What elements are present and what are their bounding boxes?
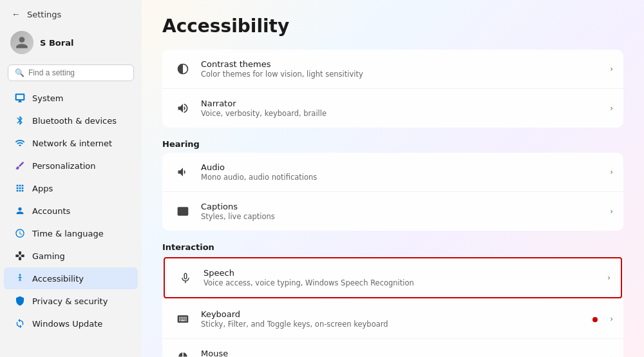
sidebar-item-time[interactable]: Time & language — [4, 222, 138, 244]
contrast-icon — [173, 59, 193, 79]
row-narrator[interactable]: Narrator Voice, verbosity, keyboard, bra… — [162, 89, 623, 128]
sidebar-item-label: Gaming — [32, 251, 65, 261]
narrator-icon — [173, 98, 193, 119]
sidebar-item-label: Network & internet — [32, 139, 112, 148]
sidebar-item-apps[interactable]: Apps — [4, 177, 138, 199]
row-audio[interactable]: Audio Mono audio, audio notifications › — [162, 153, 623, 192]
sidebar-item-bluetooth[interactable]: Bluetooth & devices — [4, 110, 138, 131]
section-hearing: Audio Mono audio, audio notifications › … — [162, 153, 623, 231]
sidebar-item-label: Privacy & security — [32, 296, 108, 306]
person-icon — [14, 205, 26, 217]
row-desc-audio: Mono audio, audio notifications — [201, 173, 605, 182]
captions-icon — [173, 201, 193, 222]
search-input[interactable] — [28, 68, 127, 77]
apps-icon — [14, 182, 26, 194]
sidebar-item-label: Personalization — [32, 161, 96, 171]
row-title-contrast: Contrast themes — [201, 59, 605, 69]
row-desc-speech: Voice access, voice typing, Windows Spee… — [204, 278, 602, 287]
sidebar-header: ← Settings — [0, 0, 142, 26]
sidebar-item-network[interactable]: Network & internet — [4, 132, 138, 154]
row-captions[interactable]: Captions Styles, live captions › — [162, 192, 623, 231]
row-text-audio: Audio Mono audio, audio notifications — [201, 162, 605, 182]
row-desc-contrast: Color themes for low vision, light sensi… — [201, 70, 605, 79]
row-title-speech: Speech — [204, 268, 602, 278]
monitor-icon — [14, 92, 26, 104]
sidebar-item-label: Apps — [32, 184, 53, 193]
search-box[interactable]: 🔍 — [8, 64, 134, 81]
sidebar-item-label: Accounts — [32, 206, 70, 216]
row-title-narrator: Narrator — [201, 99, 605, 108]
avatar-icon — [15, 35, 29, 50]
sidebar-item-label: Time & language — [32, 229, 104, 238]
sidebar: ← Settings S Boral 🔍 System — [0, 0, 142, 357]
avatar — [10, 31, 33, 54]
sidebar-item-windows-update[interactable]: Windows Update — [4, 313, 138, 334]
sidebar-item-label: Accessibility — [32, 274, 84, 284]
paint-icon — [14, 160, 26, 171]
chevron-icon: › — [610, 168, 613, 177]
chevron-icon: › — [610, 64, 613, 73]
row-text-captions: Captions Styles, live captions — [201, 202, 605, 221]
mouse-icon — [173, 348, 193, 357]
user-section[interactable]: S Boral — [0, 26, 142, 62]
row-text-speech: Speech Voice access, voice typing, Windo… — [204, 268, 602, 287]
row-title-mouse: Mouse — [201, 349, 605, 357]
keyboard-icon — [173, 309, 193, 329]
chevron-icon: › — [610, 354, 613, 357]
row-title-captions: Captions — [201, 202, 605, 211]
sidebar-item-gaming[interactable]: Gaming — [4, 245, 138, 267]
main-content: Accessibility Contrast themes Color them… — [142, 0, 644, 357]
time-icon — [14, 227, 26, 239]
section-vision: Contrast themes Color themes for low vis… — [162, 50, 623, 128]
update-icon — [14, 318, 26, 329]
row-desc-keyboard: Sticky, Filter, and Toggle keys, on-scre… — [201, 320, 605, 329]
back-button[interactable]: ← — [10, 8, 22, 21]
row-desc-captions: Styles, live captions — [201, 212, 605, 221]
sidebar-item-accounts[interactable]: Accounts — [4, 200, 138, 222]
row-text-keyboard: Keyboard Sticky, Filter, and Toggle keys… — [201, 309, 605, 329]
bluetooth-icon — [14, 115, 26, 126]
row-title-audio: Audio — [201, 162, 605, 172]
row-title-keyboard: Keyboard — [201, 309, 605, 319]
sidebar-title: Settings — [27, 10, 61, 19]
notification-dot — [592, 317, 598, 322]
section-label-hearing: Hearing — [162, 130, 623, 153]
row-speech[interactable]: Speech Voice access, voice typing, Windo… — [164, 257, 622, 298]
chevron-icon: › — [610, 104, 613, 113]
gaming-icon — [14, 250, 26, 262]
row-keyboard[interactable]: Keyboard Sticky, Filter, and Toggle keys… — [162, 300, 623, 339]
row-text-contrast: Contrast themes Color themes for low vis… — [201, 59, 605, 79]
chevron-icon: › — [607, 273, 611, 282]
row-mouse[interactable]: Mouse Mouse keys, speed, acceleration › — [162, 339, 623, 357]
section-interaction: Speech Voice access, voice typing, Windo… — [162, 256, 623, 357]
sidebar-item-label: Windows Update — [32, 319, 102, 329]
section-label-interaction: Interaction — [162, 233, 623, 256]
sidebar-item-privacy[interactable]: Privacy & security — [4, 290, 138, 312]
sidebar-item-accessibility[interactable]: Accessibility — [4, 267, 138, 289]
row-desc-narrator: Voice, verbosity, keyboard, braille — [201, 109, 605, 118]
sidebar-nav: System Bluetooth & devices Network & int… — [0, 86, 142, 335]
shield-icon — [14, 295, 26, 307]
wifi-icon — [14, 137, 26, 149]
row-contrast[interactable]: Contrast themes Color themes for low vis… — [162, 50, 623, 89]
mic-icon — [175, 267, 196, 288]
sidebar-item-label: System — [32, 93, 63, 103]
row-text-mouse: Mouse Mouse keys, speed, acceleration — [201, 349, 605, 357]
sidebar-item-label: Bluetooth & devices — [32, 116, 117, 126]
row-text-narrator: Narrator Voice, verbosity, keyboard, bra… — [201, 99, 605, 118]
chevron-icon: › — [610, 207, 613, 216]
sidebar-item-personalization[interactable]: Personalization — [4, 155, 138, 177]
user-name: S Boral — [40, 38, 73, 48]
chevron-icon: › — [610, 314, 613, 323]
page-title: Accessibility — [162, 15, 623, 37]
audio-icon — [173, 162, 193, 182]
search-icon: 🔍 — [15, 68, 24, 77]
accessibility-icon — [14, 273, 26, 284]
sidebar-item-system[interactable]: System — [4, 87, 138, 109]
